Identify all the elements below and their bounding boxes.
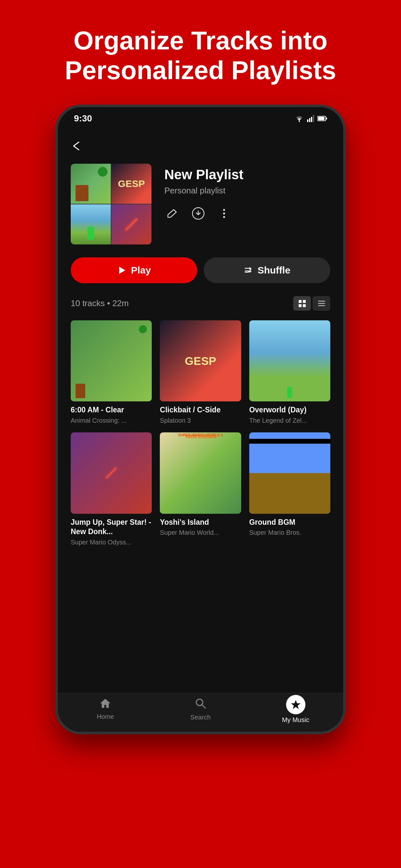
svg-rect-17: [318, 301, 325, 302]
track-item[interactable]: Overworld (Day) The Legend of Zel...: [249, 320, 330, 424]
search-icon: [195, 698, 206, 712]
track-name-2: Clickbait / C-Side: [160, 405, 241, 415]
grid-view-button[interactable]: [293, 296, 311, 311]
artwork-cell-3-inner: [71, 205, 111, 244]
svg-rect-6: [326, 118, 327, 120]
phone-mockup: 9:30: [55, 104, 346, 734]
playlist-info: New Playlist Personal playlist: [164, 164, 330, 221]
app-content: GESP New Playlist Personal playlist: [58, 130, 343, 693]
track-thumbnail-5: [160, 432, 241, 514]
playlist-header: GESP New Playlist Personal playlist: [71, 164, 330, 244]
track-item[interactable]: Ground BGM Super Mario Bros.: [249, 432, 330, 546]
shuffle-button[interactable]: Shuffle: [204, 257, 330, 283]
track-thumbnail-3: [249, 320, 330, 401]
artwork-cell-3: [71, 205, 111, 244]
play-shuffle-row: Play Shuffle: [71, 257, 330, 283]
svg-point-0: [299, 121, 300, 122]
status-bar: 9:30: [58, 107, 343, 130]
svg-rect-18: [318, 303, 325, 304]
track-item[interactable]: Yoshi's Island Super Mario World...: [160, 432, 241, 546]
artwork-cell-2-inner: GESP: [112, 164, 151, 204]
svg-rect-15: [299, 304, 302, 307]
list-view-button[interactable]: [312, 296, 330, 311]
track-game-6: Super Mario Bros.: [249, 529, 330, 536]
nav-item-home[interactable]: Home: [58, 698, 153, 720]
playlist-artwork: GESP: [71, 164, 151, 244]
track-name-3: Overworld (Day): [249, 405, 330, 415]
track-game-3: The Legend of Zel...: [249, 417, 330, 424]
svg-rect-4: [313, 115, 314, 122]
playlist-actions: [164, 206, 330, 221]
svg-rect-1: [307, 120, 308, 122]
status-time: 9:30: [74, 113, 92, 124]
playlist-subtitle: Personal playlist: [164, 186, 330, 196]
track-name-1: 6:00 AM - Clear: [71, 405, 152, 415]
back-button[interactable]: [71, 140, 330, 154]
edit-button[interactable]: [164, 206, 181, 221]
tracks-info-row: 10 tracks • 22m: [71, 296, 330, 311]
bottom-nav: Home Search My Music: [58, 693, 343, 732]
track-thumbnail-1: [71, 320, 152, 401]
svg-rect-3: [311, 117, 312, 122]
nav-label-search: Search: [190, 714, 211, 721]
track-game-5: Super Mario World...: [160, 529, 241, 536]
track-game-4: Super Mario Odyss...: [71, 538, 152, 546]
svg-rect-16: [303, 304, 306, 307]
view-toggle: [293, 296, 330, 311]
track-name-6: Ground BGM: [249, 518, 330, 527]
svg-point-9: [223, 209, 225, 211]
playlist-title: New Playlist: [164, 167, 330, 182]
track-game-2: Splatoon 3: [160, 417, 241, 424]
hero-title: Organize Tracks into Personalized Playli…: [0, 0, 401, 104]
svg-point-11: [223, 216, 225, 218]
svg-marker-22: [291, 700, 301, 709]
track-item[interactable]: GESP Clickbait / C-Side Splatoon 3: [160, 320, 241, 424]
svg-marker-12: [119, 267, 125, 274]
battery-icon: [317, 116, 327, 121]
more-options-button[interactable]: [216, 206, 232, 221]
track-thumbnail-2: GESP: [160, 320, 241, 401]
status-icons: [295, 115, 327, 122]
svg-rect-14: [303, 300, 306, 303]
svg-rect-2: [309, 118, 310, 122]
svg-line-21: [202, 705, 205, 708]
track-item[interactable]: Jump Up, Super Star! - New Donk... Super…: [71, 432, 152, 546]
svg-rect-13: [299, 300, 302, 303]
my-music-icon-bg: [286, 695, 305, 714]
artwork-cell-2: GESP: [112, 164, 151, 204]
track-thumbnail-4: [71, 432, 152, 514]
track-name-4: Jump Up, Super Star! - New Donk...: [71, 518, 152, 537]
artwork-cell-4-inner: [112, 205, 151, 244]
tracks-meta: 10 tracks • 22m: [71, 299, 129, 308]
nav-label-home: Home: [97, 713, 114, 720]
tracks-grid: 6:00 AM - Clear Animal Crossing: ... GES…: [71, 320, 330, 546]
artwork-cell-4: [112, 205, 151, 244]
svg-rect-7: [318, 117, 325, 120]
track-name-5: Yoshi's Island: [160, 518, 241, 527]
download-button[interactable]: [190, 206, 206, 221]
svg-point-10: [223, 213, 225, 214]
svg-rect-19: [318, 305, 325, 306]
signal-icon: [307, 115, 314, 122]
track-thumbnail-6: [249, 432, 330, 514]
nav-label-my-music: My Music: [282, 716, 309, 724]
home-icon: [99, 698, 111, 711]
wifi-icon: [295, 115, 304, 122]
star-icon: [290, 700, 301, 710]
track-game-1: Animal Crossing: ...: [71, 417, 152, 424]
phone-notch: [188, 114, 213, 123]
play-button[interactable]: Play: [71, 257, 197, 283]
nav-item-my-music[interactable]: My Music: [248, 695, 343, 724]
nav-item-search[interactable]: Search: [153, 698, 248, 721]
artwork-cell-1: [71, 164, 111, 204]
track-item[interactable]: 6:00 AM - Clear Animal Crossing: ...: [71, 320, 152, 424]
